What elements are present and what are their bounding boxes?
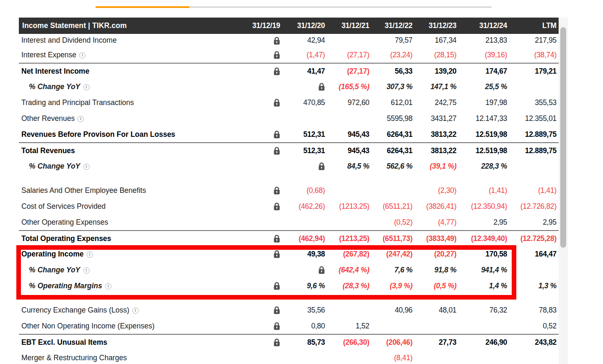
value-cell[interactable]: (28,3 %) xyxy=(325,282,369,290)
value-cell[interactable]: 40,96 xyxy=(369,306,412,315)
info-icon[interactable]: i xyxy=(77,116,84,122)
value-cell[interactable]: 147,1 % xyxy=(412,82,456,91)
value-cell[interactable]: 6264,31 xyxy=(369,130,412,139)
value-cell[interactable]: (2,30) xyxy=(412,186,456,195)
value-cell[interactable]: (642,4 %) xyxy=(325,266,369,274)
value-cell[interactable]: (12.726,82) xyxy=(507,202,557,211)
value-cell[interactable]: 85,73 xyxy=(280,338,325,347)
value-cell[interactable]: (462,94) xyxy=(280,234,325,243)
value-cell[interactable]: 12.519,98 xyxy=(456,130,507,139)
value-cell[interactable]: 167,34 xyxy=(412,36,456,45)
value-cell[interactable]: (0,5 %) xyxy=(412,282,456,290)
value-cell[interactable]: 0,80 xyxy=(280,322,325,331)
value-cell[interactable]: 42,94 xyxy=(280,36,325,45)
value-cell[interactable]: 35,56 xyxy=(280,306,325,315)
value-cell[interactable]: 12.889,75 xyxy=(507,146,557,155)
value-cell[interactable]: (1,41) xyxy=(507,186,557,195)
value-cell[interactable]: 179,21 xyxy=(507,67,557,76)
value-cell[interactable]: (3,9 %) xyxy=(369,282,412,290)
row-label[interactable]: Interest Expensei xyxy=(19,51,238,59)
value-cell[interactable]: 3813,22 xyxy=(412,130,456,139)
value-cell[interactable]: (266,30) xyxy=(325,338,369,347)
value-cell[interactable]: (6511,73) xyxy=(369,234,412,243)
row-label[interactable]: Total Revenues xyxy=(19,146,238,155)
value-cell[interactable] xyxy=(238,51,280,59)
value-cell[interactable] xyxy=(238,36,280,45)
value-cell[interactable]: 972,60 xyxy=(325,98,369,107)
value-cell[interactable]: 84,5 % xyxy=(325,162,369,171)
value-cell[interactable]: 562,6 % xyxy=(369,162,412,171)
value-cell[interactable]: 12.355,01 xyxy=(507,114,557,123)
value-cell[interactable] xyxy=(238,130,280,139)
value-cell[interactable]: 612,01 xyxy=(369,98,412,107)
value-cell[interactable]: 2,95 xyxy=(507,218,557,227)
value-cell[interactable]: (4,77) xyxy=(412,218,456,227)
value-cell[interactable]: 197,98 xyxy=(456,98,507,107)
value-cell[interactable]: 164,47 xyxy=(507,250,557,259)
row-label[interactable]: Interest and Dividend Income xyxy=(19,36,238,45)
value-cell[interactable] xyxy=(238,67,280,76)
value-cell[interactable]: 1,3 % xyxy=(507,282,557,290)
value-cell[interactable]: 246,90 xyxy=(456,338,507,347)
value-cell[interactable]: 3431,27 xyxy=(412,114,456,123)
row-label[interactable]: Operating Incomei xyxy=(19,250,238,259)
value-cell[interactable]: 9,6 % xyxy=(280,282,325,290)
value-cell[interactable]: 512,31 xyxy=(280,130,325,139)
row-label[interactable]: Other Non Operating Income (Expenses) xyxy=(19,322,238,331)
row-label[interactable]: Cost of Services Provided xyxy=(19,202,238,211)
info-icon[interactable]: i xyxy=(105,283,111,290)
value-cell[interactable]: 213,83 xyxy=(456,36,507,45)
row-label[interactable]: Other Operating Expenses xyxy=(19,218,238,227)
value-cell[interactable] xyxy=(238,338,280,347)
value-cell[interactable]: (12.349,40) xyxy=(456,234,507,243)
value-cell[interactable]: 48,01 xyxy=(412,306,456,315)
value-cell[interactable]: 512,31 xyxy=(280,146,325,155)
value-cell[interactable] xyxy=(238,322,280,331)
value-cell[interactable]: 79,57 xyxy=(369,36,412,45)
value-cell[interactable]: 1,4 % xyxy=(456,282,507,290)
value-cell[interactable]: 470,85 xyxy=(280,98,325,107)
value-cell[interactable]: (12.350,94) xyxy=(456,202,507,211)
vertical-scroll-track[interactable] xyxy=(559,18,568,364)
value-cell[interactable]: 12.147,33 xyxy=(456,114,507,123)
value-cell[interactable]: (8,41) xyxy=(369,354,412,362)
horizontal-scroll-thumb[interactable] xyxy=(95,6,190,8)
value-cell[interactable]: 6264,31 xyxy=(369,146,412,155)
value-cell[interactable]: (27,17) xyxy=(325,51,369,59)
horizontal-scroll-track[interactable] xyxy=(95,6,492,8)
value-cell[interactable]: (247,42) xyxy=(369,250,412,259)
row-label[interactable]: Total Operating Expenses xyxy=(19,234,238,243)
value-cell[interactable]: (1213,25) xyxy=(325,234,369,243)
value-cell[interactable]: 5595,98 xyxy=(369,114,412,123)
info-icon[interactable]: i xyxy=(79,52,85,59)
value-cell[interactable] xyxy=(238,234,280,243)
value-cell[interactable]: 174,67 xyxy=(456,67,507,76)
row-label[interactable]: Trading and Principal Transactions xyxy=(19,98,238,107)
value-cell[interactable]: 49,38 xyxy=(280,250,325,259)
value-cell[interactable]: 27,73 xyxy=(412,338,456,347)
value-cell[interactable] xyxy=(238,186,280,195)
value-cell[interactable]: 217,95 xyxy=(507,36,557,45)
value-cell[interactable]: (39,16) xyxy=(456,51,507,59)
value-cell[interactable]: (206,46) xyxy=(369,338,412,347)
row-label[interactable]: Other Revenuesi xyxy=(19,114,238,123)
value-cell[interactable]: 2,95 xyxy=(456,218,507,227)
value-cell[interactable]: 25,5 % xyxy=(456,82,507,91)
value-cell[interactable]: 242,75 xyxy=(412,98,456,107)
value-cell[interactable]: 41,47 xyxy=(280,67,325,76)
row-label[interactable]: % Change YoYi xyxy=(19,162,238,171)
value-cell[interactable]: 170,58 xyxy=(456,250,507,259)
row-label[interactable]: Revenues Before Provison For Loan Losses xyxy=(19,130,238,139)
value-cell[interactable]: 76,32 xyxy=(456,306,507,315)
row-label[interactable]: Net Interest Income xyxy=(19,67,238,76)
value-cell[interactable]: 355,53 xyxy=(507,98,557,107)
row-label[interactable]: % Change YoYi xyxy=(19,82,238,91)
value-cell[interactable]: 12.889,75 xyxy=(507,130,557,139)
value-cell[interactable]: (1213,25) xyxy=(325,202,369,211)
info-icon[interactable]: i xyxy=(132,308,139,314)
value-cell[interactable]: (3833,49) xyxy=(412,234,456,243)
info-icon[interactable]: i xyxy=(83,267,90,274)
row-label[interactable]: Currency Exchange Gains (Loss)i xyxy=(19,306,238,315)
value-cell[interactable]: 228,3 % xyxy=(456,162,507,171)
value-cell[interactable]: (12.725,28) xyxy=(507,234,557,243)
